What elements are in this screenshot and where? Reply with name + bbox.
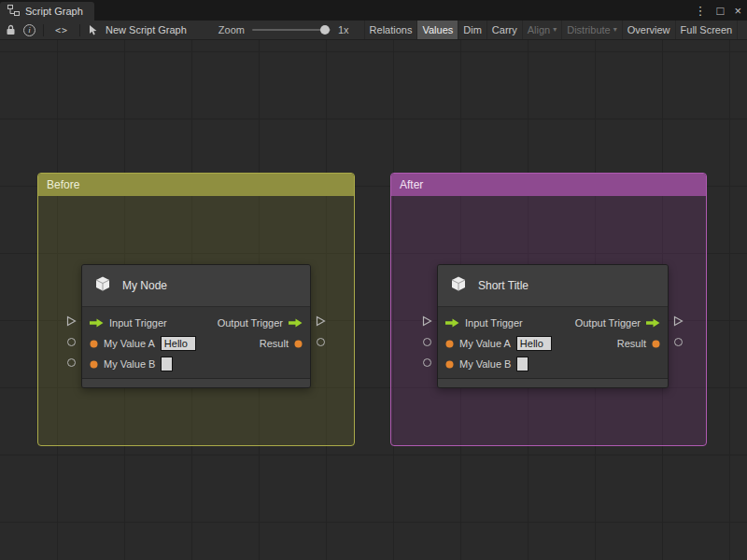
- script-graph-icon: [7, 5, 20, 18]
- port-label: My Value A: [104, 338, 155, 349]
- value-b-input[interactable]: [161, 357, 173, 371]
- values-button[interactable]: Values: [417, 21, 458, 40]
- tab-bar: Script Graph ⋮ □ ×: [0, 0, 747, 21]
- port-label: Input Trigger: [109, 317, 167, 329]
- port-row: My Value B: [82, 354, 310, 374]
- align-label: Align: [528, 24, 550, 35]
- port-label: Result: [260, 338, 289, 349]
- value-port-icon[interactable]: [652, 340, 660, 348]
- dim-button[interactable]: Dim: [458, 21, 487, 40]
- pointer-icon: [88, 22, 98, 37]
- distribute-label: Distribute: [567, 24, 610, 35]
- port-row: My Value B: [438, 354, 668, 374]
- zoom-slider[interactable]: [252, 25, 331, 35]
- external-flow-port-icon[interactable]: [673, 315, 684, 327]
- node-body: Input Trigger Output Trigger My Value A …: [82, 307, 310, 378]
- toolbar-separator: [79, 24, 80, 36]
- toolbar-buttons: Relations Values Dim Carry Align ▾ Distr…: [364, 21, 739, 40]
- value-b-input[interactable]: [516, 357, 529, 371]
- flow-input-port-icon[interactable]: [445, 318, 459, 328]
- node-header[interactable]: Short Title: [438, 265, 668, 307]
- flow-input-port-icon[interactable]: [90, 318, 104, 328]
- port-label: My Value B: [104, 358, 155, 370]
- external-value-port-icon[interactable]: [317, 338, 325, 346]
- unit-icon: [92, 273, 114, 299]
- node-title: My Node: [122, 279, 167, 292]
- node-my-node[interactable]: My Node Input Trigger Output Trigger: [81, 264, 311, 388]
- port-row: My Value A Result: [438, 333, 668, 354]
- tab-title: Script Graph: [25, 6, 83, 17]
- node-footer: [82, 378, 310, 387]
- external-flow-port-icon[interactable]: [422, 315, 432, 327]
- port-label: Result: [617, 338, 646, 349]
- chevron-down-icon: ▾: [553, 26, 557, 34]
- graph-toolbar: i <> New Script Graph Zoom 1x Relations …: [0, 21, 747, 40]
- group-label: After: [400, 178, 423, 191]
- port-label: My Value A: [459, 338, 511, 349]
- graph-name[interactable]: New Script Graph: [106, 24, 187, 35]
- distribute-button[interactable]: Distribute ▾: [562, 21, 622, 40]
- align-button[interactable]: Align ▾: [523, 21, 562, 40]
- external-flow-port-icon[interactable]: [316, 315, 326, 327]
- port-row: My Value A Result: [82, 333, 310, 354]
- value-port-icon[interactable]: [445, 360, 454, 369]
- code-icon[interactable]: <>: [55, 22, 68, 37]
- toolbar-separator: [43, 24, 44, 36]
- info-icon[interactable]: i: [23, 24, 35, 36]
- overview-button[interactable]: Overview: [623, 21, 676, 40]
- window-menu-icon[interactable]: ⋮: [695, 5, 707, 17]
- flow-output-port-icon[interactable]: [289, 318, 303, 328]
- zoom-slider-knob[interactable]: [320, 25, 330, 35]
- window-controls: ⋮ □ ×: [695, 0, 741, 21]
- node-body: Input Trigger Output Trigger My Value A …: [438, 307, 668, 378]
- graph-canvas[interactable]: Before After My Node Input Trigger: [0, 40, 747, 560]
- node-header[interactable]: My Node: [82, 265, 310, 307]
- external-flow-port-icon[interactable]: [66, 315, 77, 327]
- port-label: Output Trigger: [575, 317, 641, 329]
- unity-window: Script Graph ⋮ □ × i <> New Script Graph…: [0, 0, 747, 560]
- fullscreen-button[interactable]: Full Screen: [676, 21, 739, 40]
- group-after-header[interactable]: After: [391, 174, 706, 196]
- group-before-header[interactable]: Before: [38, 174, 354, 196]
- zoom-slider-track: [252, 29, 331, 31]
- external-value-port-icon[interactable]: [674, 338, 683, 346]
- chevron-down-icon: ▾: [613, 26, 617, 34]
- value-port-icon[interactable]: [445, 340, 454, 348]
- port-row: Input Trigger Output Trigger: [438, 313, 668, 333]
- tab-script-graph[interactable]: Script Graph: [0, 2, 94, 21]
- external-value-port-icon[interactable]: [423, 338, 431, 346]
- port-row: Input Trigger Output Trigger: [82, 313, 310, 333]
- unit-icon: [447, 273, 470, 299]
- node-short-title[interactable]: Short Title Input Trigger Output Trigger: [437, 264, 669, 388]
- group-label: Before: [47, 178, 79, 191]
- zoom-value: 1x: [338, 24, 349, 35]
- port-label: Output Trigger: [218, 317, 283, 329]
- value-a-input[interactable]: [161, 336, 196, 351]
- external-value-port-icon[interactable]: [67, 338, 76, 346]
- window-maximize-icon[interactable]: □: [717, 5, 725, 17]
- value-a-input[interactable]: [516, 336, 552, 351]
- lock-icon[interactable]: [6, 22, 16, 37]
- value-port-icon[interactable]: [90, 340, 98, 348]
- port-label: Input Trigger: [465, 317, 523, 329]
- zoom-label: Zoom: [218, 24, 245, 35]
- node-title: Short Title: [478, 279, 529, 292]
- relations-button[interactable]: Relations: [365, 21, 418, 40]
- carry-button[interactable]: Carry: [487, 21, 523, 40]
- external-value-port-icon[interactable]: [67, 358, 76, 367]
- port-label: My Value B: [459, 358, 511, 370]
- external-value-port-icon[interactable]: [423, 358, 431, 367]
- node-footer: [438, 378, 668, 387]
- value-port-icon[interactable]: [294, 340, 303, 348]
- value-port-icon[interactable]: [90, 360, 98, 369]
- flow-output-port-icon[interactable]: [646, 318, 660, 328]
- window-close-icon[interactable]: ×: [734, 5, 741, 17]
